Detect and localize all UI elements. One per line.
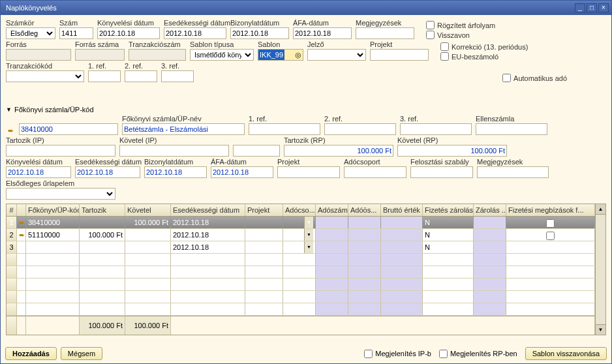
label-ref2: 2. ref. [125,62,157,70]
scroll-down-icon[interactable]: ▼ [596,324,605,335]
desdat-input[interactable] [75,166,140,178]
label-dkonyvdat: Könyvelési dátum [6,158,71,166]
sablon-input[interactable]: IKK_99 ◎ [258,49,303,61]
szam-input[interactable] [59,27,93,39]
tartozikrp-input[interactable] [284,145,393,157]
curr-ip-input[interactable] [233,145,280,157]
dref3-input[interactable] [400,123,472,135]
footer: Hozzáadás Mégsem Megjelenítés IP-b Megje… [5,347,607,360]
megj-input[interactable] [356,27,414,39]
szamkor-select[interactable]: Elsődleg [6,27,55,39]
window-titlebar: Naplókönyvelés _ □ × [1,1,611,15]
label-felosztas: Felosztási szabály [410,158,473,166]
transzkod-select[interactable] [6,70,84,82]
cancel-button[interactable]: Mégsem [61,347,102,360]
label-dref2: 2. ref. [324,115,396,123]
table-row[interactable] [7,291,595,303]
chk-show-rp[interactable]: Megjelenítés RP-ben [439,350,517,358]
label-ellenszamla: Ellenszámla [476,115,547,123]
ref2-input[interactable] [125,70,157,82]
table-row[interactable] [7,303,595,316]
label-szamkor: Számkör [6,19,55,27]
urlapelem-select[interactable] [6,188,115,200]
grid-header: # Főkönyv/ÜP-kód Tartozik Követel Esedék… [7,204,595,217]
table-row[interactable]: 2➨51110000100.000 Ft2012.10.18▼N [7,229,595,241]
label-megj: Megjegyzések [356,19,414,27]
label-bizdat: Bizonylatdátum [230,19,289,27]
fokonyvnev-input[interactable] [122,123,245,135]
grid-body: 1➨38410000100.000 Ft2012.10.18▼N2➨511100… [7,217,595,316]
label-sablon: Sablon [258,40,303,48]
chk-show-ip[interactable]: Megjelenítés IP-b [364,350,431,358]
transzszam-input[interactable] [129,49,186,61]
kovetelrp-input[interactable] [397,145,507,157]
nav-arrow-icon[interactable]: ➨ [6,127,15,135]
detail-section-header[interactable]: ▼ Főkönyvi számla/ÜP-kód [6,106,606,114]
fokod-input[interactable] [19,123,118,135]
chk-korrekcio[interactable]: Korrekció (13. periódus) [440,42,528,51]
sablontipus-select[interactable]: Ismétlődő könyv. [190,49,254,61]
label-sablontipus: Sablon típusa [190,40,254,48]
kovetelip-input[interactable] [119,145,229,157]
grid-totals: 100.000 Ft 100.000 Ft [7,316,595,335]
journal-grid: # Főkönyv/ÜP-kód Tartozik Követel Esedék… [6,204,606,335]
felosztas-input[interactable] [410,166,473,178]
label-dref1: 1. ref. [249,115,320,123]
konyvdat-input[interactable] [97,27,160,39]
dprojekt-input[interactable] [277,166,340,178]
table-row[interactable] [7,266,595,279]
close-button[interactable]: × [598,3,609,12]
table-row[interactable] [7,254,595,266]
template-cancel-button[interactable]: Sablon visszavonása [525,347,607,360]
label-ref1: 1. ref. [88,62,121,70]
chk-eu[interactable]: EU-beszámoló [440,52,528,61]
label-forras: Forrás [6,40,71,48]
label-kovetelip: Követel (IP) [119,136,229,144]
add-button[interactable]: Hozzáadás [5,347,57,360]
window-title: Naplókönyvelés [3,4,574,12]
ref3-input[interactable] [161,70,194,82]
table-row[interactable] [7,279,595,291]
label-konyvdat: Könyvelési dátum [97,19,160,27]
esdat-input[interactable] [164,27,226,39]
scroll-up-icon[interactable]: ▲ [596,204,605,215]
tartozikip-input[interactable] [6,145,115,157]
chk-rogzitett[interactable]: Rögzített árfolyam [426,21,495,29]
label-adocsoport: Adócsoport [344,158,406,166]
minimize-button[interactable]: _ [575,3,585,12]
dbizdat-input[interactable] [144,166,207,178]
dref1-input[interactable] [249,123,320,135]
label-jelzo: Jelző [307,40,366,48]
label-forrasszam: Forrás száma [75,40,125,48]
chk-visszavon[interactable]: Visszavon [426,31,495,39]
dafadat-input[interactable] [211,166,273,178]
adocsoport-input[interactable] [344,166,406,178]
bizdat-input[interactable] [230,27,289,39]
jelzo-select[interactable] [307,49,366,61]
dmegj-input[interactable] [477,166,549,178]
grid-scrollbar[interactable]: ▲ ▼ [595,204,605,335]
label-dref3: 3. ref. [400,115,472,123]
label-szam: Szám [59,19,93,27]
ellenszamla-input[interactable] [476,123,547,135]
ref1-input[interactable] [88,70,121,82]
dref2-input[interactable] [324,123,396,135]
label-tartozikip: Tartozik (IP) [6,136,115,144]
table-row[interactable]: 1➨38410000100.000 Ft2012.10.18▼N [7,217,595,229]
dkonyvdat-input[interactable] [6,166,71,178]
label-fokonyvnev: Főkönyvi számla/ÜP-név [122,115,245,123]
afadat-input[interactable] [293,27,352,39]
forras-input[interactable] [6,49,71,61]
maximize-button[interactable]: □ [587,3,597,12]
chk-autoado[interactable]: Automatikus adó [502,74,567,82]
label-transzkod: Tranzakciókód [6,62,84,70]
header-form: SzámkörElsődleg Szám Könyvelési dátum Es… [1,15,611,85]
label-desdat: Esedékességi dátum [75,158,140,166]
table-row[interactable]: 32012.10.18▼N [7,241,595,254]
label-dprojekt: Projekt [277,158,340,166]
label-projekt: Projekt [370,40,429,48]
sablon-lookup-icon[interactable]: ◎ [294,50,303,60]
label-afadat: ÁFA-dátum [293,19,352,27]
forrasszam-input[interactable] [75,49,125,61]
projekt-input[interactable] [370,49,429,61]
